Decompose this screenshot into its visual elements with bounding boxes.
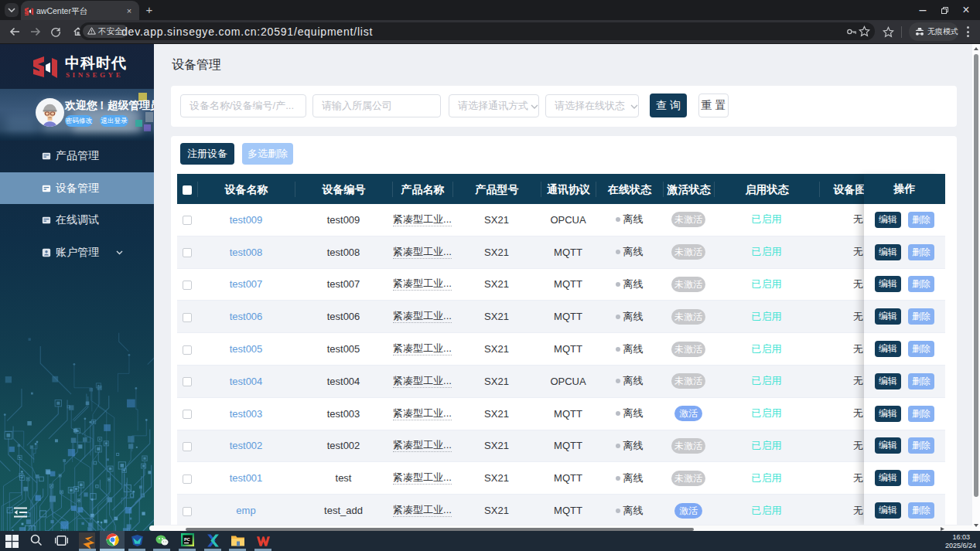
- svg-text:PC: PC: [184, 537, 190, 542]
